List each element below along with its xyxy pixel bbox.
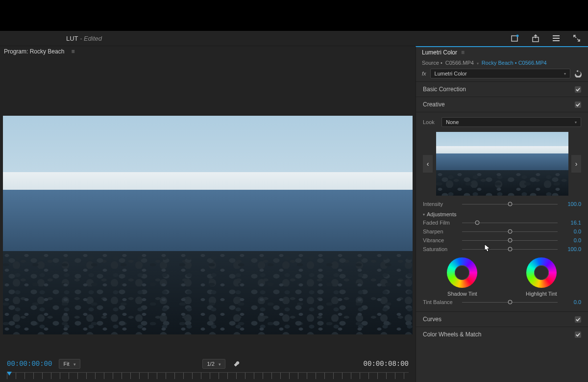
panel-menu-icon[interactable]: ≡ — [461, 49, 465, 56]
sharpen-slider[interactable]: Sharpen 0.0 — [423, 227, 581, 236]
zoom-dropdown[interactable]: Fit — [59, 359, 80, 369]
section-basic-correction[interactable]: Basic Correction — [416, 81, 588, 97]
look-next-button[interactable]: › — [571, 155, 581, 173]
reset-effect-icon[interactable] — [574, 70, 582, 77]
source-chevron-icon[interactable] — [477, 60, 479, 66]
fullscreen-icon[interactable] — [572, 34, 581, 43]
share-icon[interactable] — [531, 34, 540, 43]
master-clip-link[interactable]: Rocky Beach • C0566.MP4 — [482, 60, 547, 66]
document-state: - Edited — [78, 35, 102, 42]
source-prefix: Source • — [422, 60, 442, 66]
panel-menu-icon[interactable]: ≡ — [71, 48, 74, 55]
section-creative[interactable]: Creative — [416, 97, 588, 112]
letterbox-top — [0, 0, 588, 31]
source-clip: C0566.MP4 — [445, 60, 474, 66]
program-preview[interactable] — [3, 116, 413, 334]
settings-wrench-icon[interactable] — [232, 359, 241, 368]
section-curves[interactable]: Curves — [416, 311, 588, 327]
vibrance-slider[interactable]: Vibrance 0.0 — [423, 236, 581, 245]
tint-balance-slider[interactable]: Tint Balance 0.0 — [423, 298, 581, 306]
timecode-duration: 00:00:08:00 — [364, 360, 409, 368]
adjustments-header[interactable]: Adjustments — [423, 208, 581, 218]
saturation-slider[interactable]: Saturation 100.0 — [423, 245, 581, 254]
document-name: LUT — [66, 35, 78, 42]
panel-title: Lumetri Color — [422, 49, 457, 56]
program-monitor: Program: Rocky Beach ≡ 00:00:00:00 Fit 1… — [0, 46, 416, 382]
creative-enable-checkbox[interactable] — [575, 102, 581, 108]
look-dropdown[interactable]: None▾ — [441, 117, 581, 127]
shadow-tint-wheel[interactable] — [447, 257, 477, 288]
menu-icon[interactable] — [552, 34, 561, 43]
timecode-current[interactable]: 00:00:00:00 — [7, 360, 52, 368]
playhead[interactable] — [7, 372, 12, 376]
curves-enable-checkbox[interactable] — [575, 316, 581, 323]
effect-dropdown[interactable]: Lumetri Color▾ — [430, 69, 570, 78]
time-ruler[interactable] — [7, 372, 409, 379]
highlight-tint-label: Highlight Tint — [526, 291, 557, 297]
section-color-wheels[interactable]: Color Wheels & Match — [416, 327, 588, 342]
faded-film-slider[interactable]: Faded Film 16.1 — [423, 218, 581, 227]
new-window-icon[interactable] — [511, 34, 519, 43]
wheels-enable-checkbox[interactable] — [575, 331, 581, 338]
lumetri-color-panel: Lumetri Color ≡ Source • C0566.MP4 Rocky… — [416, 46, 588, 382]
fx-badge[interactable]: fx — [422, 71, 426, 76]
document-title-bar: LUT - Edited — [0, 31, 588, 46]
look-label: Look — [423, 119, 437, 125]
look-preview-thumbnail — [436, 132, 568, 196]
highlight-tint-wheel[interactable] — [526, 257, 557, 288]
look-prev-button[interactable]: ‹ — [423, 155, 433, 173]
program-label: Program: — [4, 48, 30, 55]
resolution-dropdown[interactable]: 1/2 — [202, 359, 225, 369]
program-sequence-name: Rocky Beach — [30, 48, 65, 55]
svg-point-1 — [516, 35, 519, 37]
shadow-tint-label: Shadow Tint — [447, 291, 477, 297]
intensity-slider[interactable]: Intensity 100.0 — [423, 200, 581, 208]
basic-enable-checkbox[interactable] — [575, 86, 581, 93]
